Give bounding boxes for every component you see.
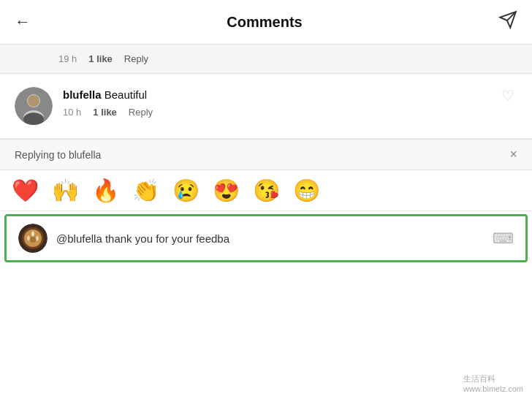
watermark-line2: www.bimeiz.com xyxy=(463,384,523,393)
comment-time: 10 h xyxy=(63,107,81,118)
emoji-fire[interactable]: 🔥 xyxy=(92,178,119,203)
comment-body-text: Beautiful xyxy=(104,88,147,101)
emoji-clap[interactable]: 👏 xyxy=(132,178,159,203)
watermark: 生活百科 www.bimeiz.com xyxy=(463,373,523,393)
user-avatar xyxy=(18,224,48,253)
svg-point-10 xyxy=(30,237,36,243)
like-icon[interactable]: ♡ xyxy=(501,87,517,104)
partial-comment-reply-button[interactable]: Reply xyxy=(124,53,148,64)
reply-bar-text: Replying to blufella xyxy=(15,149,101,161)
header: ← Comments xyxy=(0,0,532,45)
avatar[interactable] xyxy=(15,87,53,125)
comment-meta: 10 h 1 like Reply xyxy=(63,107,491,118)
partial-comment-row: 19 h 1 like Reply xyxy=(0,45,532,74)
emoji-heart[interactable]: ❤️ xyxy=(12,178,39,203)
emoji-kiss[interactable]: 😘 xyxy=(253,178,280,203)
comment-input[interactable] xyxy=(56,232,484,245)
comment-input-row: ⌨ xyxy=(4,214,528,262)
comment-content: blufella Beautiful 10 h 1 like Reply xyxy=(63,87,491,118)
back-button[interactable]: ← xyxy=(15,12,31,31)
comment-likes: 1 like xyxy=(93,107,117,118)
emoji-raised-hands[interactable]: 🙌 xyxy=(52,178,79,203)
partial-comment-time: 19 h xyxy=(58,53,77,64)
send-button[interactable] xyxy=(498,10,517,34)
reply-bar-close-button[interactable]: × xyxy=(509,147,517,162)
comment-reply-button[interactable]: Reply xyxy=(129,107,153,118)
emoji-heart-eyes[interactable]: 😍 xyxy=(213,178,240,203)
emoji-cry[interactable]: 😢 xyxy=(172,178,200,203)
main-comment-row: blufella Beautiful 10 h 1 like Reply ♡ xyxy=(0,74,532,139)
comment-text: blufella Beautiful xyxy=(63,87,491,102)
partial-comment-likes: 1 like xyxy=(88,53,113,64)
reply-bar: Replying to blufella × xyxy=(0,140,532,170)
comment-username[interactable]: blufella xyxy=(63,88,102,101)
watermark-line1: 生活百科 xyxy=(463,373,523,384)
page-title: Comments xyxy=(227,14,302,31)
emoji-row: ❤️ 🙌 🔥 👏 😢 😍 😘 😁 xyxy=(0,170,532,211)
svg-point-6 xyxy=(28,95,39,107)
keyboard-icon[interactable]: ⌨ xyxy=(493,229,514,247)
emoji-grin[interactable]: 😁 xyxy=(293,178,320,203)
